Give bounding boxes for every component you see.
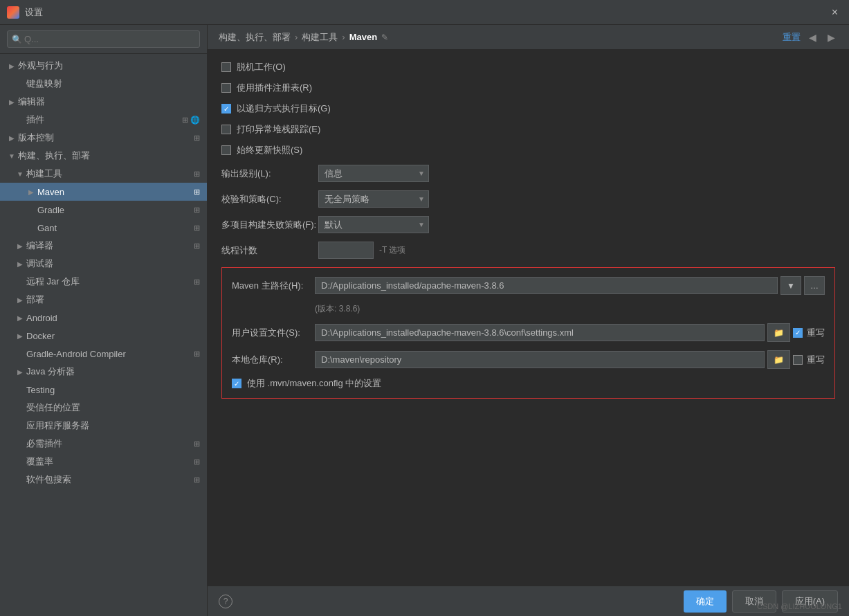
sidebar-item-coverage[interactable]: 覆盖率 ⊞	[0, 453, 207, 471]
mvn-config-label[interactable]: 使用 .mvn/maven.config 中的设置	[232, 377, 381, 390]
offline-checkbox[interactable]	[221, 62, 231, 72]
local-repo-override-text: 重写	[807, 354, 825, 366]
sidebar-item-plugins[interactable]: 插件 ⊞ 🌐	[0, 111, 207, 129]
sidebar-item-gant[interactable]: Gant ⊞	[0, 219, 207, 237]
recursive-checkbox[interactable]	[221, 104, 231, 114]
checksum-policy-row: 校验和策略(C): 无全局策略 严格 宽松 ▼	[221, 190, 835, 208]
sidebar-item-gradle[interactable]: Gradle ⊞	[0, 201, 207, 219]
sidebar-item-pkg-search[interactable]: 软件包搜索 ⊞	[0, 471, 207, 489]
output-level-select[interactable]: 信息 调试 警告 错误	[318, 165, 429, 182]
expand-arrow	[15, 385, 25, 395]
reset-link[interactable]: 重置	[783, 31, 801, 44]
failure-policy-select[interactable]: 默认 快速失败 忽略失败	[318, 216, 429, 233]
sidebar-item-debugger[interactable]: ▶ 调试器	[0, 255, 207, 273]
sidebar-item-trusted-locations[interactable]: 受信任的位置	[0, 399, 207, 417]
maven-local-repo-input[interactable]	[315, 351, 765, 368]
search-wrapper: 🔍	[7, 30, 200, 48]
sidebar-item-maven[interactable]: ▶ Maven ⊞	[0, 183, 207, 201]
bottom-bar: ? 确定 取消 应用(A)	[208, 586, 849, 616]
print-stack-checkbox[interactable]	[221, 125, 231, 134]
print-stack-row: 打印异常堆栈跟踪(E)	[221, 123, 835, 136]
maven-local-repo-browse-btn[interactable]: 📁	[767, 350, 790, 369]
expand-arrow	[15, 457, 25, 466]
always-update-text: 始终更新快照(S)	[237, 144, 302, 156]
sidebar-item-testing[interactable]: Testing	[0, 381, 207, 399]
expand-arrow	[15, 403, 25, 413]
sidebar-item-label: 必需插件	[26, 437, 191, 450]
sidebar-item-deployment[interactable]: ▶ 部署	[0, 291, 207, 309]
recursive-label[interactable]: 以递归方式执行目标(G)	[221, 102, 331, 115]
sidebar-item-label: Docker	[26, 331, 200, 341]
sidebar-item-android[interactable]: ▶ Android	[0, 309, 207, 327]
forward-button[interactable]: ▶	[825, 30, 838, 44]
remote-jar-badge: ⊞	[194, 278, 200, 287]
maven-user-settings-label: 用户设置文件(S):	[232, 327, 315, 339]
failure-policy-select-wrapper: 默认 快速失败 忽略失败 ▼	[318, 216, 429, 233]
maven-user-settings-input-wrapper: 📁 重写	[315, 323, 825, 342]
plugin-registry-checkbox[interactable]	[221, 83, 231, 93]
close-button[interactable]: ×	[828, 5, 842, 20]
sidebar-item-required-plugins[interactable]: 必需插件 ⊞	[0, 435, 207, 453]
thread-count-input[interactable]	[318, 242, 374, 259]
build-tools-badge: ⊞	[194, 170, 200, 179]
mvn-config-text: 使用 .mvn/maven.config 中的设置	[247, 377, 381, 390]
maven-user-settings-input[interactable]	[315, 324, 765, 341]
checksum-policy-select[interactable]: 无全局策略 严格 宽松	[318, 190, 429, 208]
sidebar-item-label: 受信任的位置	[26, 401, 200, 414]
sidebar-item-java-analysis[interactable]: ▶ Java 分析器	[0, 363, 207, 381]
sidebar-item-label: Gradle	[37, 205, 191, 215]
sidebar-item-docker[interactable]: ▶ Docker	[0, 327, 207, 345]
help-button[interactable]: ?	[219, 595, 232, 608]
sidebar-tree: ▶ 外观与行为 键盘映射 ▶ 编辑器 插件 ⊞ 🌐 ▶ 版本控制 ⊞	[0, 54, 207, 616]
sidebar-item-keymap[interactable]: 键盘映射	[0, 75, 207, 93]
output-level-row: 输出级别(L): 信息 调试 警告 错误 ▼	[221, 165, 835, 182]
expand-arrow: ▶	[15, 241, 25, 251]
back-button[interactable]: ◀	[806, 30, 819, 44]
offline-checkbox-label[interactable]: 脱机工作(O)	[221, 61, 286, 73]
maven-home-browse-btn[interactable]: …	[804, 276, 825, 295]
thread-count-hint: -T 选项	[379, 244, 405, 256]
sidebar-item-gradle-android[interactable]: Gradle-Android Compiler ⊞	[0, 345, 207, 363]
edit-icon: ✎	[381, 33, 388, 42]
always-update-checkbox[interactable]	[221, 145, 231, 155]
local-repo-override-checkbox[interactable]	[793, 355, 803, 365]
checksum-policy-select-wrapper: 无全局策略 严格 宽松 ▼	[318, 190, 429, 208]
recursive-row: 以递归方式执行目标(G)	[221, 102, 835, 115]
sidebar-item-label: 覆盖率	[26, 455, 191, 468]
plugin-badge: ⊞ 🌐	[182, 116, 200, 125]
maven-home-dropdown-btn[interactable]: ▼	[780, 276, 801, 295]
offline-row: 脱机工作(O)	[221, 61, 835, 73]
maven-home-input[interactable]	[315, 277, 778, 294]
sidebar-item-build-exec[interactable]: ▼ 构建、执行、部署	[0, 147, 207, 165]
recursive-text: 以递归方式执行目标(G)	[237, 102, 331, 115]
sidebar-item-compilers[interactable]: ▶ 编译器 ⊞	[0, 237, 207, 255]
always-update-label[interactable]: 始终更新快照(S)	[221, 144, 302, 156]
search-input[interactable]	[7, 30, 200, 48]
print-stack-label[interactable]: 打印异常堆栈跟踪(E)	[221, 123, 320, 136]
maven-user-settings-browse-btn[interactable]: 📁	[767, 323, 790, 342]
sidebar-item-build-tools[interactable]: ▼ 构建工具 ⊞	[0, 165, 207, 183]
ok-button[interactable]: 确定	[684, 590, 727, 613]
sidebar-item-remote-jar[interactable]: 远程 Jar 仓库 ⊞	[0, 273, 207, 291]
pkg-search-badge: ⊞	[194, 475, 200, 484]
mvn-config-checkbox[interactable]	[232, 379, 241, 388]
plugin-registry-label[interactable]: 使用插件注册表(R)	[221, 82, 312, 94]
sidebar-item-editor[interactable]: ▶ 编辑器	[0, 93, 207, 111]
sidebar-item-appearance[interactable]: ▶ 外观与行为	[0, 57, 207, 75]
sidebar-item-label: 编译器	[26, 239, 191, 252]
search-icon: 🔍	[12, 35, 22, 44]
sidebar-item-label: Maven	[37, 187, 191, 197]
sidebar-item-vcs[interactable]: ▶ 版本控制 ⊞	[0, 129, 207, 147]
title-bar-text: 设置	[25, 6, 43, 19]
sidebar-item-label: 版本控制	[18, 132, 191, 144]
breadcrumb-sep-2: ›	[342, 32, 345, 42]
sidebar-item-label: 插件	[26, 114, 179, 126]
expand-arrow	[15, 277, 25, 287]
sidebar-item-app-servers[interactable]: 应用程序服务器	[0, 417, 207, 435]
breadcrumb-actions: 重置 ◀ ▶	[783, 30, 838, 44]
sidebar-item-label: Java 分析器	[26, 365, 200, 378]
failure-policy-label: 多项目构建失败策略(F):	[221, 219, 318, 231]
user-settings-override-checkbox[interactable]	[793, 328, 803, 338]
expand-arrow: ▶	[15, 367, 25, 377]
content-area: 构建、执行、部署 › 构建工具 › Maven ✎ 重置 ◀ ▶ 脱机工作(O)	[208, 25, 849, 616]
